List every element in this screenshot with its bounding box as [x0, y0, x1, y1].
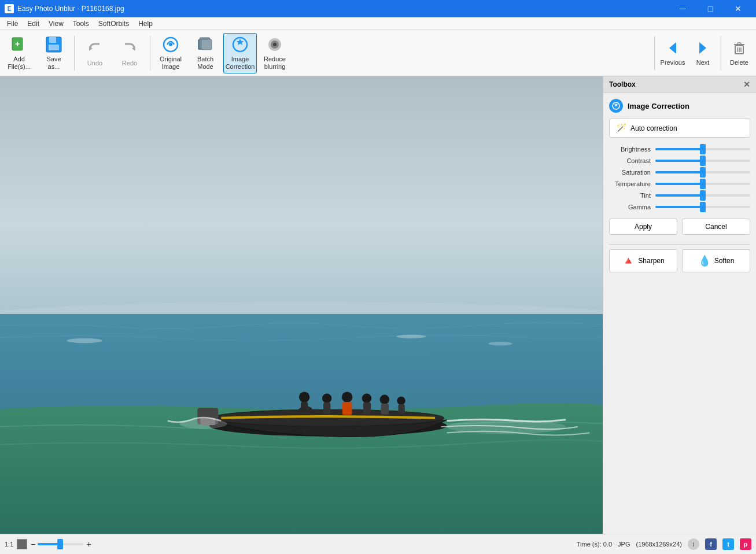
contrast-label: Contrast	[609, 157, 655, 164]
saturation-slider[interactable]	[655, 171, 750, 173]
next-icon	[695, 40, 711, 57]
zoom-controls: − +	[31, 540, 91, 549]
toolbox-divider	[609, 244, 750, 245]
svg-point-29	[489, 342, 512, 345]
previous-icon	[665, 40, 681, 57]
add-file-button[interactable]: + Add File(s)...	[2, 33, 36, 73]
next-button[interactable]: Next	[688, 33, 717, 73]
batch-icon	[196, 35, 215, 54]
svg-rect-43	[363, 402, 371, 415]
zoom-plus-icon[interactable]: +	[86, 540, 91, 549]
svg-point-34	[299, 392, 309, 402]
tint-label: Tint	[609, 192, 655, 199]
previous-button[interactable]: Previous	[658, 33, 687, 73]
wand-icon: 🪄	[615, 123, 627, 134]
svg-point-42	[362, 394, 371, 403]
zoom-slider[interactable]	[38, 543, 84, 545]
format-label: JPG	[618, 541, 630, 548]
correction-icon	[231, 35, 249, 54]
svg-point-38	[322, 394, 331, 403]
minimize-button[interactable]: ─	[669, 0, 696, 17]
brightness-label: Brightness	[609, 146, 655, 153]
contrast-row: Contrast	[609, 157, 750, 164]
svg-rect-45	[381, 404, 389, 414]
tint-row: Tint	[609, 192, 750, 199]
svg-rect-20	[737, 43, 741, 45]
svg-text:+: +	[15, 39, 20, 49]
main-area: Toolbox ✕ Image Correction 🪄 Auto correc…	[0, 76, 756, 534]
toolbar-sep-1	[74, 36, 75, 71]
delete-button[interactable]: Delete	[725, 33, 754, 73]
save-icon	[45, 35, 63, 54]
reduce-blurring-button[interactable]: Reduce blurring	[258, 33, 292, 73]
svg-rect-3	[49, 37, 56, 43]
undo-icon	[86, 39, 104, 58]
app-icon: E	[5, 4, 14, 13]
status-bar: 1:1 − + Time (s): 0.0 JPG (1968x1269x24)…	[0, 534, 756, 554]
redo-button[interactable]: Redo	[113, 33, 146, 73]
original-image-button[interactable]: Original Image	[154, 33, 187, 73]
temperature-label: Temperature	[609, 180, 655, 187]
time-label: Time (s): 0.0	[577, 541, 612, 548]
gamma-row: Gamma	[609, 204, 750, 210]
toolbar: + Add File(s)... Save as... Undo	[0, 30, 756, 76]
tint-slider[interactable]	[655, 194, 750, 197]
menu-edit[interactable]: Edit	[23, 19, 44, 29]
toolbar-sep-3	[654, 36, 655, 71]
status-bar-left: 1:1 − +	[5, 539, 91, 549]
temperature-row: Temperature	[609, 180, 750, 187]
toolbar-sep-2	[150, 36, 150, 71]
sharpen-icon: 🔺	[622, 254, 635, 267]
add-file-icon: +	[10, 35, 28, 54]
sharpen-soften-row: 🔺 Sharpen 💧 Soften	[609, 249, 750, 272]
original-icon	[161, 35, 180, 54]
svg-marker-16	[669, 42, 676, 54]
svg-rect-24	[0, 76, 603, 326]
close-button[interactable]: ✕	[725, 0, 751, 17]
image-area[interactable]	[0, 76, 603, 534]
image-correction-button[interactable]: Image Correction	[223, 33, 257, 73]
apply-button[interactable]: Apply	[609, 219, 677, 235]
delete-icon	[731, 40, 747, 57]
menu-file[interactable]: File	[2, 19, 23, 29]
temperature-slider[interactable]	[655, 183, 750, 185]
soften-button[interactable]: 💧 Soften	[682, 249, 750, 272]
svg-point-8	[169, 43, 172, 46]
dimensions-label: (1968x1269x24)	[636, 541, 682, 548]
menu-tools[interactable]: Tools	[68, 19, 94, 29]
facebook-icon[interactable]: f	[705, 538, 717, 550]
saturation-label: Saturation	[609, 169, 655, 176]
svg-point-49	[179, 419, 227, 429]
maximize-button[interactable]: □	[697, 0, 724, 17]
info-icon[interactable]: i	[688, 538, 699, 550]
svg-point-15	[273, 43, 276, 46]
svg-marker-17	[699, 42, 706, 54]
svg-point-28	[396, 335, 426, 338]
menu-view[interactable]: View	[44, 19, 68, 29]
menu-softorbits[interactable]: SoftOrbits	[94, 19, 134, 29]
section-title: Image Correction	[628, 102, 689, 110]
svg-point-40	[342, 392, 352, 402]
svg-point-27	[67, 338, 102, 343]
status-bar-right: Time (s): 0.0 JPG (1968x1269x24) i f t p	[577, 538, 751, 550]
auto-correction-button[interactable]: 🪄 Auto correction	[609, 119, 750, 138]
soften-icon: 💧	[698, 254, 711, 267]
save-button[interactable]: Save as...	[37, 33, 71, 73]
svg-rect-39	[323, 402, 330, 415]
cancel-button[interactable]: Cancel	[682, 219, 750, 235]
sharpen-button[interactable]: 🔺 Sharpen	[609, 249, 677, 272]
undo-button[interactable]: Undo	[78, 33, 112, 73]
batch-mode-button[interactable]: Batch Mode	[189, 33, 222, 73]
toolbox-close-button[interactable]: ✕	[743, 80, 750, 89]
gamma-slider[interactable]	[655, 206, 750, 208]
contrast-slider[interactable]	[655, 160, 750, 162]
twitter-icon[interactable]: t	[722, 538, 734, 550]
zoom-level: 1:1	[5, 541, 13, 548]
zoom-min-icon[interactable]: −	[31, 540, 35, 549]
brightness-slider[interactable]	[655, 148, 750, 150]
social-icon-3[interactable]: p	[740, 538, 751, 550]
menu-bar: File Edit View Tools SoftOrbits Help	[0, 17, 756, 30]
menu-help[interactable]: Help	[134, 19, 157, 29]
reduce-icon	[265, 35, 284, 54]
toolbox-section-header: Image Correction	[609, 99, 750, 113]
